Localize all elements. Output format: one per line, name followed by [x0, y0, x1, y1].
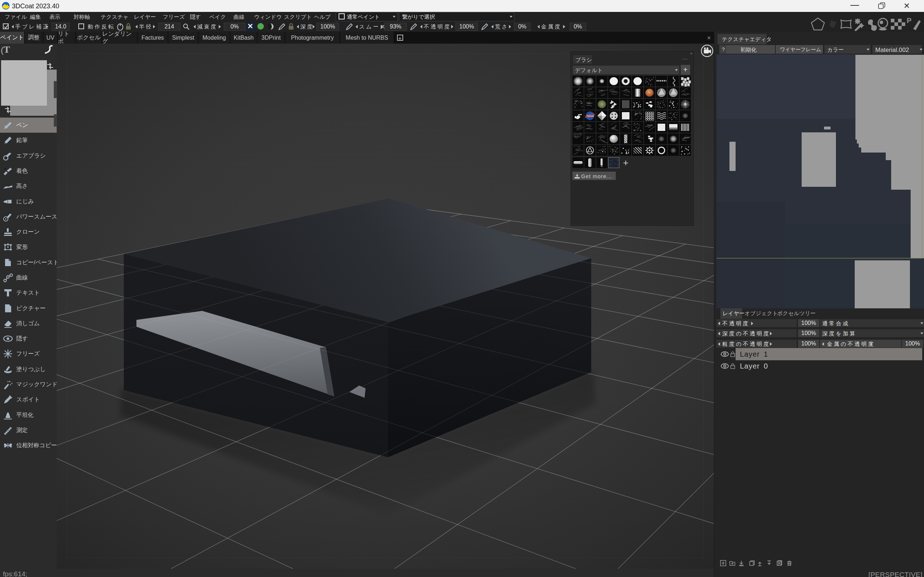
svg-text:P: P: [907, 16, 911, 24]
svg-text:NASA: NASA: [587, 115, 594, 117]
